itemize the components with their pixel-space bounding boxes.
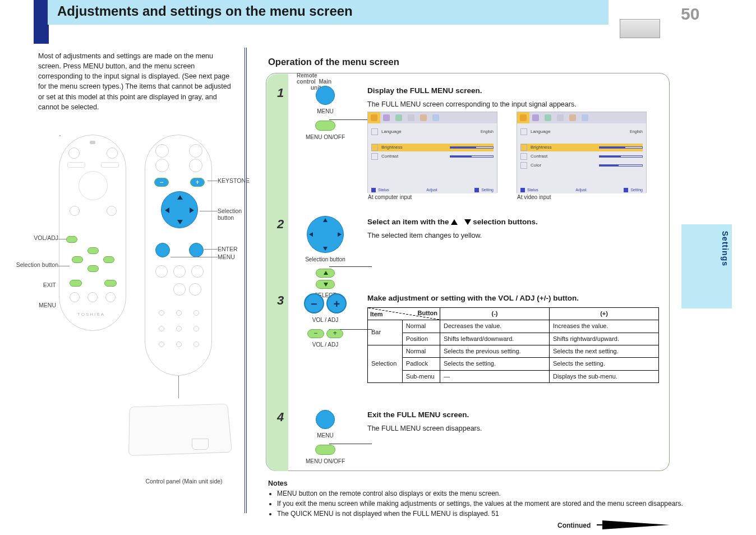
step-4-title: Exit the FULL MENU screen.	[367, 410, 657, 421]
select-right-small	[103, 256, 114, 263]
label-menu2: MENU	[37, 302, 56, 308]
adj-plus-icon: +	[326, 329, 343, 338]
label-enter: ENTER	[218, 246, 238, 252]
triangle-down-icon	[464, 219, 471, 225]
menu-onoff-icon	[315, 121, 335, 131]
label-menu: MENU	[218, 253, 235, 260]
step-1: 1 MENU MENU ON/OFF Display the FULL MENU…	[273, 86, 666, 208]
step-1-body: The FULL MENU screen corresponding to th…	[367, 100, 657, 110]
osd-video: LanguageEnglish Brightness Contrast Colo…	[517, 112, 647, 193]
remote-large-outline: − +	[145, 135, 212, 376]
menu-onoff-icon-2	[315, 445, 335, 455]
power-icon	[189, 283, 201, 296]
step-2-number: 2	[273, 217, 288, 232]
notes-block: Notes MENU button on the remote control …	[268, 479, 703, 520]
contents-button[interactable]	[620, 19, 660, 38]
step-3-panellabel: VOL / ADJ	[300, 342, 351, 348]
label-exit: EXIT	[37, 282, 56, 288]
projector-illustration	[118, 387, 236, 471]
osd-computer: LanguageEnglish Brightness Contrast Stat…	[367, 112, 497, 193]
keystone-plus: +	[190, 178, 205, 187]
step-1-panellabel: MENU ON/OFF	[300, 134, 351, 141]
step-1-remotelabel: MENU	[300, 108, 351, 115]
vol-plus-icon: +	[326, 293, 347, 313]
step-3-number: 3	[273, 293, 288, 308]
enter-button	[189, 243, 204, 257]
section-title: Operation of the menu screen	[268, 57, 399, 67]
enter-small	[104, 280, 117, 287]
adjustment-table: ButtonItem (-) (+) BarNormalDecreases th…	[367, 307, 659, 383]
continued-arrow-icon	[602, 520, 670, 529]
select-left-small	[72, 256, 83, 263]
page-header: Adjustments and settings on the menu scr…	[0, 0, 756, 44]
step-3: 3 − + VOL / ADJ − + VOL / ADJ Make adjus…	[273, 293, 666, 405]
brand-label: TOSHIBA	[77, 312, 105, 317]
select-down-small	[87, 265, 99, 272]
menu-icon-2	[316, 410, 335, 429]
dpad-selection	[161, 191, 198, 228]
intro-text: Most of adjustments and settings are mad…	[34, 48, 245, 112]
step-4-body: The FULL MENU screen disappears.	[367, 424, 657, 434]
note-2: If you exit the menu screen while making…	[277, 500, 703, 508]
voladj-minus-small	[66, 236, 77, 243]
step-4: 4 MENU MENU ON/OFF Exit the FULL MENU sc…	[273, 410, 666, 460]
header-navy-block	[34, 0, 49, 44]
osd-caption-computer: At computer input	[368, 193, 412, 201]
label-selection2: Selection button	[16, 261, 58, 268]
right-column: Operation of the menu screen Remotecontr…	[255, 48, 726, 513]
triangle-up-icon	[451, 219, 458, 225]
osd-caption-video: At video input	[517, 193, 551, 201]
label-panel: Control panel (Main unit side)	[133, 478, 234, 485]
step-4-panellabel: MENU ON/OFF	[300, 458, 351, 465]
step-4-number: 4	[273, 410, 288, 425]
step-1-number: 1	[273, 86, 288, 100]
remote-diagram: TOSHIBA − + KEYSTONE Selection button	[34, 135, 245, 482]
step-3-title: Make adjustment or setting with the VOL …	[367, 293, 657, 304]
label-keystone: KEYSTONE	[218, 177, 250, 184]
step-2-title: Select an item with the selection button…	[367, 217, 657, 228]
steps-panel: Remotecontrol Main unit 1 MENU MENU ON/O…	[266, 73, 670, 471]
step-4-remotelabel: MENU	[300, 432, 351, 439]
select-up-icon	[316, 269, 335, 278]
page-number: 50	[681, 4, 699, 24]
continued-label: Continued	[557, 522, 591, 529]
voladj-plus-small	[59, 135, 61, 136]
menu-small	[70, 280, 82, 287]
label-selection: Selection button	[218, 207, 245, 221]
step-2: 2 Selection button SELECT Select an item…	[273, 217, 666, 279]
step-3-remotelabel: VOL / ADJ	[300, 317, 351, 324]
left-column: Most of adjustments and settings are mad…	[34, 48, 247, 513]
menu-button	[155, 243, 170, 257]
step-2-body: The selected item changes to yellow.	[367, 231, 657, 241]
select-down-icon	[316, 280, 335, 289]
menu-icon	[316, 86, 335, 105]
step-1-title: Display the FULL MENU screen.	[367, 86, 657, 96]
note-1: MENU button on the remote control also d…	[277, 490, 703, 497]
note-3: The QUICK MENU is not displayed when the…	[277, 510, 703, 518]
notes-heading: Notes	[268, 479, 703, 487]
adj-minus-icon: −	[307, 329, 324, 338]
keystone-minus: −	[154, 178, 169, 187]
page-title: Adjustments and settings on the menu scr…	[57, 3, 353, 19]
vol-minus-icon: −	[304, 293, 324, 313]
remote-small-outline: TOSHIBA	[59, 135, 126, 331]
dpad-icon	[307, 216, 344, 253]
step-2-remotelabel: Selection button	[300, 256, 351, 263]
label-voladj: VOL/ADJ	[31, 234, 58, 241]
select-up-small	[87, 247, 99, 254]
